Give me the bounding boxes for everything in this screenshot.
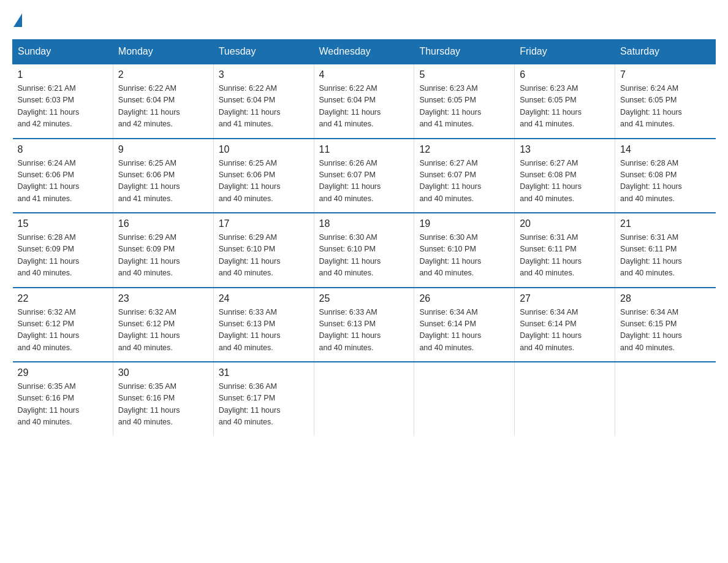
day-info: Sunrise: 6:26 AM Sunset: 6:07 PM Dayligh… — [319, 158, 409, 205]
day-info: Sunrise: 6:27 AM Sunset: 6:08 PM Dayligh… — [520, 158, 610, 205]
calendar-cell: 4 Sunrise: 6:22 AM Sunset: 6:04 PM Dayli… — [314, 64, 414, 139]
calendar-header-row: SundayMondayTuesdayWednesdayThursdayFrid… — [13, 40, 716, 64]
day-number: 29 — [18, 367, 108, 378]
day-info: Sunrise: 6:24 AM Sunset: 6:05 PM Dayligh… — [620, 83, 710, 131]
column-header-saturday: Saturday — [615, 40, 716, 64]
day-info: Sunrise: 6:31 AM Sunset: 6:11 PM Dayligh… — [620, 232, 710, 280]
day-info: Sunrise: 6:25 AM Sunset: 6:06 PM Dayligh… — [118, 158, 208, 205]
calendar-cell: 9 Sunrise: 6:25 AM Sunset: 6:06 PM Dayli… — [113, 139, 213, 213]
day-number: 25 — [319, 293, 409, 304]
calendar-cell: 30 Sunrise: 6:35 AM Sunset: 6:16 PM Dayl… — [113, 362, 213, 436]
calendar-cell: 17 Sunrise: 6:29 AM Sunset: 6:10 PM Dayl… — [213, 213, 314, 288]
column-header-monday: Monday — [113, 40, 213, 64]
day-info: Sunrise: 6:30 AM Sunset: 6:10 PM Dayligh… — [419, 232, 509, 280]
calendar-cell — [414, 362, 515, 436]
day-number: 11 — [319, 144, 409, 155]
calendar-week-row: 22 Sunrise: 6:32 AM Sunset: 6:12 PM Dayl… — [13, 288, 716, 362]
day-info: Sunrise: 6:22 AM Sunset: 6:04 PM Dayligh… — [319, 83, 409, 131]
calendar-cell: 26 Sunrise: 6:34 AM Sunset: 6:14 PM Dayl… — [414, 288, 515, 362]
day-number: 18 — [319, 218, 409, 229]
day-number: 17 — [219, 218, 309, 229]
day-number: 19 — [419, 218, 509, 229]
column-header-wednesday: Wednesday — [314, 40, 414, 64]
day-number: 20 — [520, 218, 610, 229]
day-info: Sunrise: 6:35 AM Sunset: 6:16 PM Dayligh… — [118, 381, 208, 429]
day-info: Sunrise: 6:29 AM Sunset: 6:10 PM Dayligh… — [219, 232, 309, 280]
day-number: 22 — [18, 293, 108, 304]
column-header-sunday: Sunday — [13, 40, 113, 64]
day-number: 8 — [18, 144, 108, 155]
calendar-cell: 20 Sunrise: 6:31 AM Sunset: 6:11 PM Dayl… — [515, 213, 615, 288]
calendar-cell: 25 Sunrise: 6:33 AM Sunset: 6:13 PM Dayl… — [314, 288, 414, 362]
calendar-cell: 14 Sunrise: 6:28 AM Sunset: 6:08 PM Dayl… — [615, 139, 716, 213]
calendar-cell: 2 Sunrise: 6:22 AM Sunset: 6:04 PM Dayli… — [113, 64, 213, 139]
day-number: 9 — [118, 144, 208, 155]
day-info: Sunrise: 6:35 AM Sunset: 6:16 PM Dayligh… — [18, 381, 108, 429]
day-info: Sunrise: 6:22 AM Sunset: 6:04 PM Dayligh… — [219, 83, 309, 131]
day-number: 5 — [419, 69, 509, 80]
day-number: 15 — [18, 218, 108, 229]
day-info: Sunrise: 6:31 AM Sunset: 6:11 PM Dayligh… — [520, 232, 610, 280]
calendar-cell: 21 Sunrise: 6:31 AM Sunset: 6:11 PM Dayl… — [615, 213, 716, 288]
calendar-cell: 16 Sunrise: 6:29 AM Sunset: 6:09 PM Dayl… — [113, 213, 213, 288]
calendar-cell: 28 Sunrise: 6:34 AM Sunset: 6:15 PM Dayl… — [615, 288, 716, 362]
calendar-cell — [515, 362, 615, 436]
day-number: 27 — [520, 293, 610, 304]
day-info: Sunrise: 6:23 AM Sunset: 6:05 PM Dayligh… — [520, 83, 610, 131]
calendar-cell: 7 Sunrise: 6:24 AM Sunset: 6:05 PM Dayli… — [615, 64, 716, 139]
day-number: 12 — [419, 144, 509, 155]
calendar-cell: 22 Sunrise: 6:32 AM Sunset: 6:12 PM Dayl… — [13, 288, 113, 362]
calendar-cell: 18 Sunrise: 6:30 AM Sunset: 6:10 PM Dayl… — [314, 213, 414, 288]
day-info: Sunrise: 6:36 AM Sunset: 6:17 PM Dayligh… — [219, 381, 309, 429]
calendar-cell: 24 Sunrise: 6:33 AM Sunset: 6:13 PM Dayl… — [213, 288, 314, 362]
day-info: Sunrise: 6:33 AM Sunset: 6:13 PM Dayligh… — [219, 307, 309, 354]
day-number: 3 — [219, 69, 309, 80]
calendar-cell: 27 Sunrise: 6:34 AM Sunset: 6:14 PM Dayl… — [515, 288, 615, 362]
day-info: Sunrise: 6:21 AM Sunset: 6:03 PM Dayligh… — [18, 83, 108, 131]
day-info: Sunrise: 6:23 AM Sunset: 6:05 PM Dayligh… — [419, 83, 509, 131]
calendar-cell: 12 Sunrise: 6:27 AM Sunset: 6:07 PM Dayl… — [414, 139, 515, 213]
day-info: Sunrise: 6:34 AM Sunset: 6:15 PM Dayligh… — [620, 307, 710, 354]
day-info: Sunrise: 6:34 AM Sunset: 6:14 PM Dayligh… — [520, 307, 610, 354]
day-number: 4 — [319, 69, 409, 80]
column-header-friday: Friday — [515, 40, 615, 64]
calendar-cell: 29 Sunrise: 6:35 AM Sunset: 6:16 PM Dayl… — [13, 362, 113, 436]
day-number: 7 — [620, 69, 710, 80]
day-number: 24 — [219, 293, 309, 304]
calendar-cell: 3 Sunrise: 6:22 AM Sunset: 6:04 PM Dayli… — [213, 64, 314, 139]
day-number: 14 — [620, 144, 710, 155]
day-number: 13 — [520, 144, 610, 155]
column-header-thursday: Thursday — [414, 40, 515, 64]
day-number: 2 — [118, 69, 208, 80]
day-number: 21 — [620, 218, 710, 229]
calendar-cell: 19 Sunrise: 6:30 AM Sunset: 6:10 PM Dayl… — [414, 213, 515, 288]
calendar-cell: 1 Sunrise: 6:21 AM Sunset: 6:03 PM Dayli… — [13, 64, 113, 139]
day-number: 16 — [118, 218, 208, 229]
day-number: 6 — [520, 69, 610, 80]
page-header — [12, 12, 716, 27]
day-number: 23 — [118, 293, 208, 304]
calendar-cell: 5 Sunrise: 6:23 AM Sunset: 6:05 PM Dayli… — [414, 64, 515, 139]
calendar-cell: 6 Sunrise: 6:23 AM Sunset: 6:05 PM Dayli… — [515, 64, 615, 139]
calendar-week-row: 8 Sunrise: 6:24 AM Sunset: 6:06 PM Dayli… — [13, 139, 716, 213]
day-number: 31 — [219, 367, 309, 378]
day-info: Sunrise: 6:22 AM Sunset: 6:04 PM Dayligh… — [118, 83, 208, 131]
calendar-week-row: 29 Sunrise: 6:35 AM Sunset: 6:16 PM Dayl… — [13, 362, 716, 436]
calendar-cell: 13 Sunrise: 6:27 AM Sunset: 6:08 PM Dayl… — [515, 139, 615, 213]
calendar-cell: 15 Sunrise: 6:28 AM Sunset: 6:09 PM Dayl… — [13, 213, 113, 288]
calendar-cell — [615, 362, 716, 436]
calendar-cell: 11 Sunrise: 6:26 AM Sunset: 6:07 PM Dayl… — [314, 139, 414, 213]
calendar-cell — [314, 362, 414, 436]
calendar-table: SundayMondayTuesdayWednesdayThursdayFrid… — [12, 39, 716, 436]
day-info: Sunrise: 6:32 AM Sunset: 6:12 PM Dayligh… — [118, 307, 208, 354]
day-info: Sunrise: 6:28 AM Sunset: 6:09 PM Dayligh… — [18, 232, 108, 280]
day-number: 10 — [219, 144, 309, 155]
column-header-tuesday: Tuesday — [213, 40, 314, 64]
day-number: 1 — [18, 69, 108, 80]
day-info: Sunrise: 6:33 AM Sunset: 6:13 PM Dayligh… — [319, 307, 409, 354]
logo — [12, 12, 22, 27]
calendar-week-row: 1 Sunrise: 6:21 AM Sunset: 6:03 PM Dayli… — [13, 64, 716, 139]
calendar-week-row: 15 Sunrise: 6:28 AM Sunset: 6:09 PM Dayl… — [13, 213, 716, 288]
day-info: Sunrise: 6:25 AM Sunset: 6:06 PM Dayligh… — [219, 158, 309, 205]
day-info: Sunrise: 6:32 AM Sunset: 6:12 PM Dayligh… — [18, 307, 108, 354]
